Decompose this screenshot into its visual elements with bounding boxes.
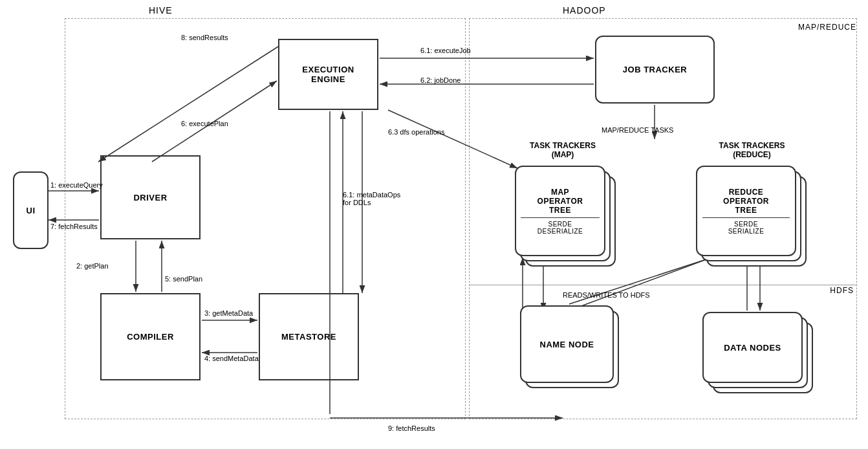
label-get-plan: 2: getPlan [76,262,109,270]
label-reads-writes: READS/WRITES TO HDFS [563,291,650,299]
driver-box: DRIVER [100,155,201,239]
label-get-metadata: 3: getMetaData [204,309,253,317]
label-execute-job: 6.1: executeJob [420,47,471,54]
label-fetch-results-7: 7: fetchResults [50,223,98,230]
hive-label: HIVE [149,5,173,16]
execution-engine-box: EXECUTION ENGINE [278,39,378,110]
diagram-container: HIVE HADOOP MAP/REDUCE HDFS UI DRIVER CO… [0,0,868,449]
label-fetch-results-9: 9: fetchResults [388,424,435,432]
metastore-box: METASTORE [259,293,359,380]
label-mapreduce-tasks: MAP/REDUCE TASKS [602,126,673,134]
label-metadata-ops: 6.1: metaDataOps for DDLs [343,191,400,206]
label-execute-query: 1: executeQuery [50,181,103,189]
mapreduce-divider [470,285,856,285]
map-op-tree-box: MAPOPERATORTREE SERDE DESERIALIZE [515,166,605,256]
label-send-plan: 5: sendPlan [165,275,202,283]
label-send-metadata: 4: sendMetaData [204,355,259,362]
label-job-done: 6.2: jobDone [420,76,461,84]
data-nodes-box: DATA NODES [702,312,803,383]
task-trackers-map-label: TASK TRACKERS(MAP) [505,141,621,159]
label-send-results: 8: sendResults [181,34,228,41]
label-execute-plan: 6: executePlan [181,120,228,127]
label-dfs-ops: 6.3 dfs operations [388,128,444,136]
reduce-op-tree-box: REDUCEOPERATORTREE SERDE SERIALIZE [696,166,796,256]
compiler-box: COMPILER [100,293,201,380]
job-tracker-box: JOB TRACKER [595,36,715,104]
hdfs-label: HDFS [830,286,854,295]
name-node-box: NAME NODE [520,305,614,383]
mapreduce-label: MAP/REDUCE [798,23,856,32]
ui-box: UI [13,171,49,249]
task-trackers-reduce-label: TASK TRACKERS(REDUCE) [692,141,812,159]
hadoop-label: HADOOP [563,5,606,16]
